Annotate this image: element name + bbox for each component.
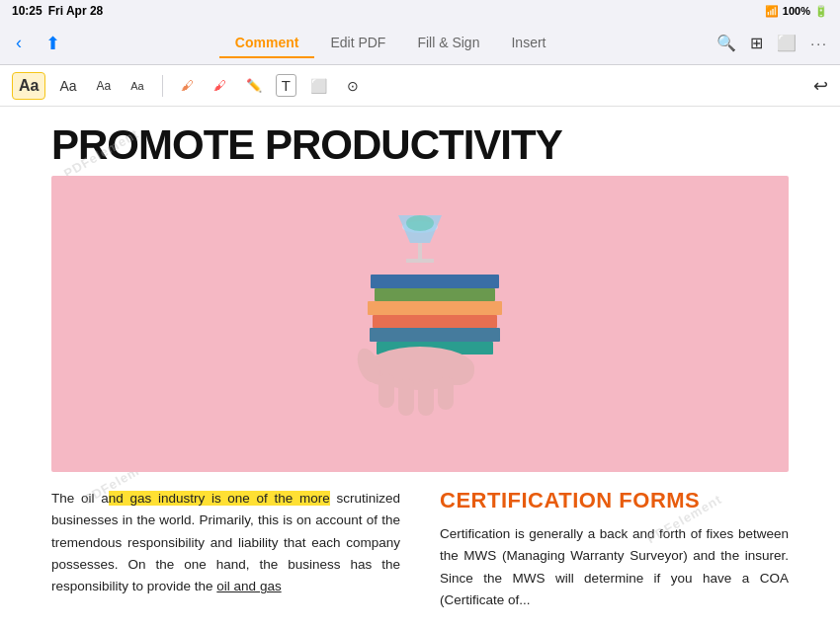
time-display: 10:25 xyxy=(12,4,42,18)
highlighted-text: nd gas industry is one of the more xyxy=(109,491,330,506)
rectangle-tool-button[interactable]: ⬜ xyxy=(304,74,333,98)
share-button[interactable]: ⬆ xyxy=(42,29,64,58)
svg-rect-15 xyxy=(418,379,434,416)
tab-edit-pdf[interactable]: Edit PDF xyxy=(314,29,401,58)
left-column: The oil and gas industry is one of the m… xyxy=(51,488,420,611)
document-area: PDFelement PDFelement PDFelement PDFelem… xyxy=(0,107,840,630)
certification-forms-title: CERTIFICATION FORMS xyxy=(440,488,789,513)
annotation-tools: Aa Aa Aa Aa 🖌 🖌 ✏️ T ⬜ ⊙ xyxy=(12,72,365,100)
underlined-text: oil and gas xyxy=(216,579,281,593)
right-body-text: Certification is generally a back and fo… xyxy=(440,523,789,611)
svg-rect-9 xyxy=(370,328,500,342)
font-small1-button[interactable]: Aa xyxy=(91,75,118,97)
toolbar-tabs: Comment Edit PDF Fill & Sign Insert xyxy=(219,29,562,58)
font-medium-button[interactable]: Aa xyxy=(53,74,82,98)
back-button[interactable]: ‹ xyxy=(12,29,26,57)
page-title: PROMOTE PRODUCTIVITY xyxy=(51,122,789,168)
svg-rect-8 xyxy=(373,315,497,328)
svg-rect-2 xyxy=(406,259,434,263)
tab-fill-sign[interactable]: Fill & Sign xyxy=(401,29,495,58)
battery-percentage: 100% xyxy=(783,5,810,17)
wifi-icon: 📶 xyxy=(765,5,779,18)
page-title-area: PROMOTE PRODUCTIVITY xyxy=(0,107,840,176)
more-options-button[interactable]: ··· xyxy=(810,36,828,51)
date-display: Fri Apr 28 xyxy=(48,4,104,18)
grid-button[interactable]: ⊞ xyxy=(750,34,763,52)
tab-insert[interactable]: Insert xyxy=(495,29,561,58)
svg-rect-7 xyxy=(368,301,502,315)
tab-comment[interactable]: Comment xyxy=(219,29,315,58)
main-toolbar: ‹ ⬆ Comment Edit PDF Fill & Sign Insert … xyxy=(0,22,840,65)
pencil-tool-button[interactable]: ✏️ xyxy=(240,74,268,97)
font-small2-button[interactable]: Aa xyxy=(125,76,149,96)
underline-tool-button[interactable]: 🖌 xyxy=(208,74,232,97)
left-body-text: The oil and gas industry is one of the m… xyxy=(51,488,400,597)
search-button[interactable]: 🔍 xyxy=(716,34,736,52)
svg-rect-6 xyxy=(375,288,495,301)
svg-rect-5 xyxy=(371,275,499,288)
svg-rect-1 xyxy=(418,243,422,261)
undo-button[interactable]: ↩ xyxy=(813,75,828,97)
separator-1 xyxy=(162,75,163,97)
status-bar: 10:25 Fri Apr 28 📶 100% 🔋 xyxy=(0,0,840,22)
battery-icon: 🔋 xyxy=(814,5,828,18)
svg-point-3 xyxy=(406,215,434,231)
annotation-toolbar: Aa Aa Aa Aa 🖌 🖌 ✏️ T ⬜ ⊙ ↩ xyxy=(0,65,840,107)
svg-rect-13 xyxy=(378,373,394,408)
text-tool-button[interactable]: T xyxy=(276,74,296,97)
highlight-tool-button[interactable]: 🖌 xyxy=(175,74,200,97)
hero-image xyxy=(51,176,789,472)
svg-rect-14 xyxy=(398,378,414,416)
right-column: CERTIFICATION FORMS Certification is gen… xyxy=(420,488,789,611)
stamp-tool-button[interactable]: ⊙ xyxy=(341,74,365,98)
svg-rect-16 xyxy=(438,376,454,410)
hero-illustration xyxy=(272,186,568,462)
font-large-button[interactable]: Aa xyxy=(12,72,45,100)
content-columns: The oil and gas industry is one of the m… xyxy=(0,488,840,611)
expand-button[interactable]: ⬜ xyxy=(777,34,797,52)
